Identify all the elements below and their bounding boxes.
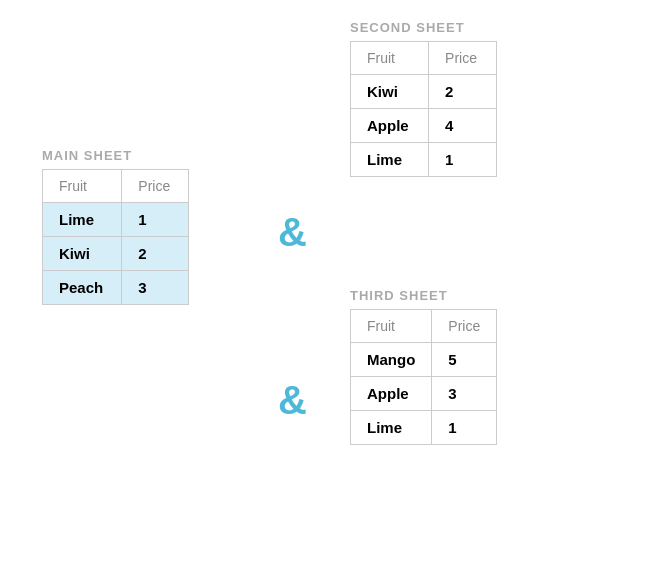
second-sheet-row-0: Kiwi 2 xyxy=(351,75,530,109)
main-sheet-price-1: 2 xyxy=(122,237,189,271)
third-sheet-price-0: 5 xyxy=(432,343,497,377)
third-sheet-row-1: Apple 3 xyxy=(351,377,530,411)
second-sheet-label: SECOND SHEET xyxy=(350,20,530,35)
third-sheet-fruit-0: Mango xyxy=(351,343,432,377)
main-sheet-table: Fruit Price Lime 1 Kiwi 2 Peach 3 xyxy=(42,169,222,305)
third-sheet-table: Fruit Price Mango 5 Apple 3 Lime 1 xyxy=(350,309,530,445)
second-sheet: SECOND SHEET Fruit Price Kiwi 2 Apple 4 … xyxy=(350,20,530,177)
main-sheet-row-2: Peach 3 xyxy=(43,271,222,305)
second-sheet-header-fruit: Fruit xyxy=(351,42,429,75)
third-sheet-fruit-2: Lime xyxy=(351,411,432,445)
ampersand-2: & xyxy=(278,378,307,423)
second-sheet-fruit-1: Apple xyxy=(351,109,429,143)
main-sheet-label: MAIN SHEET xyxy=(42,148,222,163)
third-sheet: THIRD SHEET Fruit Price Mango 5 Apple 3 … xyxy=(350,288,530,445)
second-sheet-price-2: 1 xyxy=(429,143,497,177)
main-sheet-fruit-1: Kiwi xyxy=(43,237,122,271)
second-sheet-price-0: 2 xyxy=(429,75,497,109)
main-sheet-price-2: 3 xyxy=(122,271,189,305)
third-sheet-price-1: 3 xyxy=(432,377,497,411)
main-sheet-row-0: Lime 1 xyxy=(43,203,222,237)
second-sheet-fruit-2: Lime xyxy=(351,143,429,177)
main-sheet-header-fruit: Fruit xyxy=(43,170,122,203)
second-sheet-fruit-0: Kiwi xyxy=(351,75,429,109)
third-sheet-fruit-1: Apple xyxy=(351,377,432,411)
third-sheet-header-fruit: Fruit xyxy=(351,310,432,343)
ampersand-1: & xyxy=(278,210,307,255)
main-sheet-row-1: Kiwi 2 xyxy=(43,237,222,271)
second-sheet-price-1: 4 xyxy=(429,109,497,143)
main-sheet: MAIN SHEET Fruit Price Lime 1 Kiwi 2 Pea… xyxy=(42,148,222,305)
third-sheet-row-2: Lime 1 xyxy=(351,411,530,445)
main-sheet-price-0: 1 xyxy=(122,203,189,237)
second-sheet-row-2: Lime 1 xyxy=(351,143,530,177)
third-sheet-header-price: Price xyxy=(432,310,497,343)
third-sheet-label: THIRD SHEET xyxy=(350,288,530,303)
third-sheet-row-0: Mango 5 xyxy=(351,343,530,377)
third-sheet-price-2: 1 xyxy=(432,411,497,445)
second-sheet-table: Fruit Price Kiwi 2 Apple 4 Lime 1 xyxy=(350,41,530,177)
main-sheet-fruit-2: Peach xyxy=(43,271,122,305)
second-sheet-header-price: Price xyxy=(429,42,497,75)
second-sheet-row-1: Apple 4 xyxy=(351,109,530,143)
main-sheet-header-price: Price xyxy=(122,170,189,203)
main-sheet-fruit-0: Lime xyxy=(43,203,122,237)
